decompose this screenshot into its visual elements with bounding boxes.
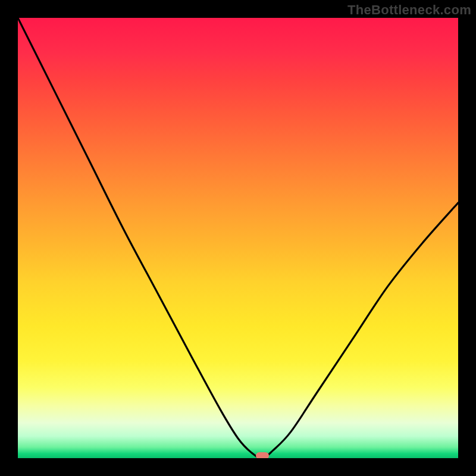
chart-frame: TheBottleneck.com: [0, 0, 476, 476]
plot-area: [18, 18, 458, 458]
bottleneck-curve: [18, 18, 458, 458]
watermark-text: TheBottleneck.com: [347, 2, 471, 18]
optimal-marker: [256, 452, 269, 458]
